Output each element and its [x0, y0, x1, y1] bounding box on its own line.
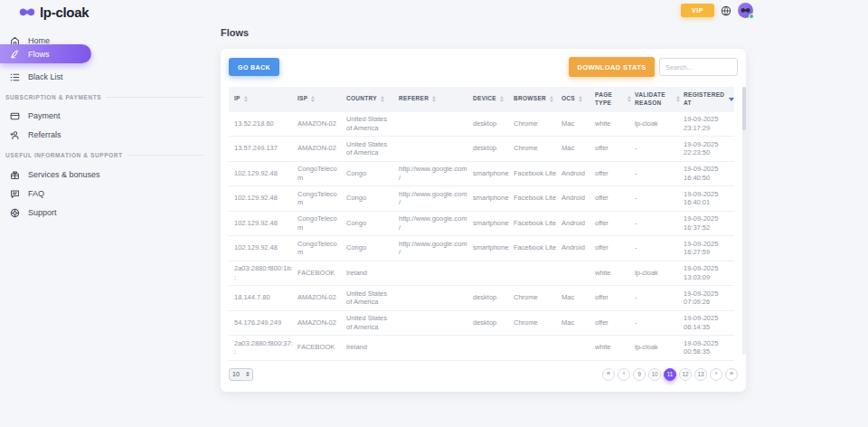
flows-table-wrap: IP ISP COUNTRY REFERER DEVICE BROWSER OC…	[229, 87, 738, 361]
cell-referer	[397, 310, 471, 336]
column-header-device[interactable]: DEVICE	[471, 87, 512, 112]
registered-date: 19-09-2025	[684, 289, 731, 299]
sort-icon	[432, 96, 436, 102]
last-page-button[interactable]: »	[725, 368, 738, 381]
registered-date: 19-09-2025	[684, 214, 731, 223]
cell-country: United States of America	[344, 310, 397, 336]
cell-ocs: Mac	[560, 310, 593, 336]
cell-ocs: Android	[560, 186, 593, 212]
table-body: 13.52.218.60 AMAZON-02 United States of …	[229, 112, 734, 361]
sidebar-item-black-list[interactable]: Black List	[0, 68, 63, 86]
cell-ocs: Mac	[560, 137, 593, 162]
column-header-page-type[interactable]: PAGE TYPE	[593, 87, 633, 112]
column-header-validate-reason[interactable]: VALIDATE REASON	[633, 87, 682, 112]
cell-browser: Chrome	[512, 310, 560, 336]
next-page-button[interactable]: ›	[710, 368, 722, 381]
page-button-13[interactable]: 13	[694, 368, 707, 381]
vip-button[interactable]: VIP	[681, 4, 714, 17]
registered-time: 13:03:09	[684, 273, 731, 282]
sidebar-item-services-bonuses[interactable]: Services & bonuses	[0, 166, 100, 184]
prev-page-button[interactable]: ‹	[618, 368, 630, 381]
registered-time: 16:27:59	[684, 248, 731, 257]
table-scrollbar[interactable]	[742, 87, 746, 355]
registered-date: 19-09-2025	[684, 264, 731, 273]
column-header-country[interactable]: COUNTRY	[344, 87, 397, 112]
sidebar-item-label: FAQ	[28, 189, 44, 198]
cell-page-type: white	[593, 261, 633, 286]
search-input[interactable]	[659, 58, 738, 76]
go-back-button[interactable]: GO BACK	[229, 58, 279, 76]
globe-icon[interactable]	[721, 5, 731, 16]
section-divider	[106, 97, 203, 98]
column-header-ip[interactable]: IP	[229, 87, 296, 112]
cell-registered-at: 19-09-2025 16:40:01	[682, 186, 734, 212]
sort-icon	[550, 96, 553, 102]
cell-registered-at: 19-09-2025 07:09:26	[682, 286, 734, 311]
column-header-isp[interactable]: ISP	[296, 87, 344, 112]
spinner-icon	[246, 372, 250, 376]
sidebar-item-flows[interactable]: Flows	[0, 44, 91, 63]
registered-date: 19-09-2025	[684, 314, 731, 323]
column-header-ocs[interactable]: OCS	[560, 87, 593, 112]
app-logo[interactable]: lp-cloak	[19, 5, 89, 20]
registered-date: 19-09-2025	[684, 165, 731, 174]
table-row: 18.144.7.80 AMAZON-02 United States of A…	[229, 286, 734, 311]
gift-icon	[10, 170, 20, 180]
cell-device: desktop	[471, 286, 512, 311]
cell-isp: AMAZON-02	[296, 286, 344, 311]
cell-ip: 102.129.92.48	[229, 236, 296, 261]
page-button-12[interactable]: 12	[679, 368, 692, 381]
column-header-browser[interactable]: BROWSER	[512, 87, 560, 112]
cell-referer: http://www.google.com/	[397, 211, 471, 236]
cell-isp: AMAZON-02	[296, 137, 344, 162]
sort-icon	[381, 96, 384, 102]
page-button-10[interactable]: 10	[648, 368, 661, 381]
cell-ip: 2a03:2880:f800:37::	[229, 336, 296, 361]
cell-device	[471, 336, 512, 361]
mask-logo-icon	[19, 7, 35, 17]
column-header-referer[interactable]: REFERER	[397, 87, 471, 112]
chat-icon	[10, 189, 20, 199]
cell-isp: CongoTelecom	[296, 186, 344, 212]
cell-ocs	[560, 336, 593, 361]
user-avatar[interactable]	[738, 3, 753, 18]
cell-ocs: Android	[560, 236, 593, 261]
cell-browser: Facebook Lite	[512, 211, 560, 236]
registered-date: 19-09-2025	[684, 115, 731, 124]
sidebar-item-referrals[interactable]: Referrals	[0, 126, 61, 144]
cell-validate-reason: -	[633, 286, 682, 311]
credit-card-icon	[10, 111, 20, 121]
registered-date: 19-09-2025	[684, 339, 731, 348]
column-header-registered-at[interactable]: REGISTERED AT	[682, 87, 734, 112]
active-sort-desc-icon	[729, 98, 734, 101]
page-button-9[interactable]: 9	[633, 368, 646, 381]
cell-browser: Chrome	[512, 286, 560, 311]
download-stats-button[interactable]: DOWNLOAD STATS	[569, 57, 655, 77]
cell-ocs: Android	[560, 211, 593, 236]
cell-referer	[397, 336, 471, 361]
cell-browser: Chrome	[512, 112, 560, 137]
sidebar-item-support[interactable]: Support	[0, 204, 57, 222]
cell-country: United States of America	[344, 112, 397, 137]
cell-isp: AMAZON-02	[296, 310, 344, 336]
first-page-button[interactable]: «	[602, 368, 615, 381]
rows-per-page-select[interactable]: 10	[229, 368, 253, 381]
sort-icon	[627, 96, 631, 102]
page-buttons: « ‹ 910111213 › »	[602, 368, 738, 381]
cell-browser	[512, 261, 560, 286]
flows-table: IP ISP COUNTRY REFERER DEVICE BROWSER OC…	[229, 87, 734, 361]
sidebar-item-payment[interactable]: Payment	[0, 107, 61, 125]
table-row: 102.129.92.48 CongoTelecom Congo http://…	[229, 161, 734, 186]
topbar-actions: VIP	[681, 3, 753, 18]
cell-device: desktop	[471, 137, 512, 162]
sidebar-item-faq[interactable]: FAQ	[0, 185, 44, 203]
cell-referer: http://www.google.com/	[397, 236, 471, 261]
page-button-11[interactable]: 11	[664, 368, 676, 381]
section-title-label: SUBSCRIPTION & PAYMENTS	[5, 94, 101, 100]
table-row: 102.129.92.48 CongoTelecom Congo http://…	[229, 236, 734, 261]
cell-ocs: Android	[560, 161, 593, 186]
table-header: IP ISP COUNTRY REFERER DEVICE BROWSER OC…	[229, 87, 734, 112]
scrollbar-thumb[interactable]	[742, 87, 746, 130]
cell-isp: FACEBOOK	[296, 336, 344, 361]
sidebar-item-label: Support	[28, 208, 57, 217]
